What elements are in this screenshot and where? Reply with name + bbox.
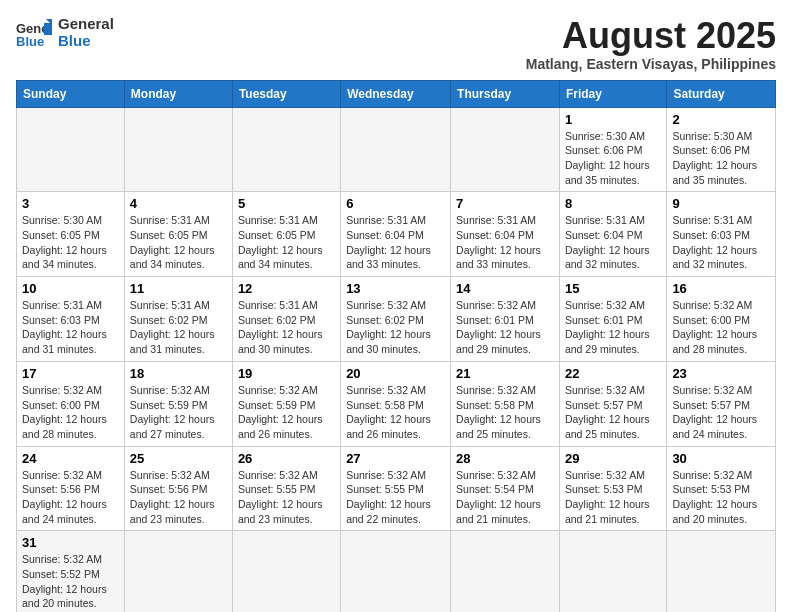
- day-number: 19: [238, 366, 335, 381]
- day-info: Sunrise: 5:31 AM Sunset: 6:05 PM Dayligh…: [130, 213, 227, 272]
- day-info: Sunrise: 5:31 AM Sunset: 6:04 PM Dayligh…: [456, 213, 554, 272]
- logo: General Blue General Blue: [16, 16, 114, 49]
- day-number: 12: [238, 281, 335, 296]
- day-number: 27: [346, 451, 445, 466]
- day-info: Sunrise: 5:32 AM Sunset: 5:56 PM Dayligh…: [22, 468, 119, 527]
- day-cell: [232, 531, 340, 612]
- day-info: Sunrise: 5:30 AM Sunset: 6:06 PM Dayligh…: [565, 129, 661, 188]
- day-cell: 21Sunrise: 5:32 AM Sunset: 5:58 PM Dayli…: [451, 361, 560, 446]
- day-number: 13: [346, 281, 445, 296]
- day-cell: 16Sunrise: 5:32 AM Sunset: 6:00 PM Dayli…: [667, 277, 776, 362]
- day-cell: 6Sunrise: 5:31 AM Sunset: 6:04 PM Daylig…: [341, 192, 451, 277]
- day-number: 17: [22, 366, 119, 381]
- day-cell: [451, 107, 560, 192]
- day-info: Sunrise: 5:31 AM Sunset: 6:04 PM Dayligh…: [346, 213, 445, 272]
- day-cell: [667, 531, 776, 612]
- day-number: 23: [672, 366, 770, 381]
- svg-marker-2: [44, 23, 52, 35]
- day-cell: 31Sunrise: 5:32 AM Sunset: 5:52 PM Dayli…: [17, 531, 125, 612]
- day-info: Sunrise: 5:30 AM Sunset: 6:05 PM Dayligh…: [22, 213, 119, 272]
- month-year-title: August 2025: [526, 16, 776, 56]
- day-number: 15: [565, 281, 661, 296]
- week-row-3: 17Sunrise: 5:32 AM Sunset: 6:00 PM Dayli…: [17, 361, 776, 446]
- day-number: 14: [456, 281, 554, 296]
- header-day-monday: Monday: [124, 80, 232, 107]
- day-cell: 7Sunrise: 5:31 AM Sunset: 6:04 PM Daylig…: [451, 192, 560, 277]
- week-row-2: 10Sunrise: 5:31 AM Sunset: 6:03 PM Dayli…: [17, 277, 776, 362]
- header-day-tuesday: Tuesday: [232, 80, 340, 107]
- day-cell: 19Sunrise: 5:32 AM Sunset: 5:59 PM Dayli…: [232, 361, 340, 446]
- logo-blue: Blue: [58, 33, 114, 50]
- day-cell: 4Sunrise: 5:31 AM Sunset: 6:05 PM Daylig…: [124, 192, 232, 277]
- day-number: 10: [22, 281, 119, 296]
- day-info: Sunrise: 5:32 AM Sunset: 6:00 PM Dayligh…: [672, 298, 770, 357]
- svg-text:Blue: Blue: [16, 34, 44, 47]
- day-cell: [451, 531, 560, 612]
- day-cell: 8Sunrise: 5:31 AM Sunset: 6:04 PM Daylig…: [559, 192, 666, 277]
- calendar-header: SundayMondayTuesdayWednesdayThursdayFrid…: [17, 80, 776, 107]
- day-info: Sunrise: 5:32 AM Sunset: 5:53 PM Dayligh…: [565, 468, 661, 527]
- day-cell: 20Sunrise: 5:32 AM Sunset: 5:58 PM Dayli…: [341, 361, 451, 446]
- day-info: Sunrise: 5:31 AM Sunset: 6:03 PM Dayligh…: [22, 298, 119, 357]
- day-cell: [124, 107, 232, 192]
- day-info: Sunrise: 5:32 AM Sunset: 5:57 PM Dayligh…: [565, 383, 661, 442]
- day-cell: [232, 107, 340, 192]
- day-cell: 2Sunrise: 5:30 AM Sunset: 6:06 PM Daylig…: [667, 107, 776, 192]
- day-cell: 3Sunrise: 5:30 AM Sunset: 6:05 PM Daylig…: [17, 192, 125, 277]
- day-cell: 1Sunrise: 5:30 AM Sunset: 6:06 PM Daylig…: [559, 107, 666, 192]
- day-number: 31: [22, 535, 119, 550]
- day-cell: [341, 531, 451, 612]
- day-cell: 12Sunrise: 5:31 AM Sunset: 6:02 PM Dayli…: [232, 277, 340, 362]
- day-number: 22: [565, 366, 661, 381]
- day-cell: 22Sunrise: 5:32 AM Sunset: 5:57 PM Dayli…: [559, 361, 666, 446]
- day-cell: 15Sunrise: 5:32 AM Sunset: 6:01 PM Dayli…: [559, 277, 666, 362]
- day-info: Sunrise: 5:32 AM Sunset: 5:53 PM Dayligh…: [672, 468, 770, 527]
- day-number: 30: [672, 451, 770, 466]
- day-number: 5: [238, 196, 335, 211]
- week-row-5: 31Sunrise: 5:32 AM Sunset: 5:52 PM Dayli…: [17, 531, 776, 612]
- day-number: 25: [130, 451, 227, 466]
- day-number: 24: [22, 451, 119, 466]
- day-cell: 26Sunrise: 5:32 AM Sunset: 5:55 PM Dayli…: [232, 446, 340, 531]
- header-day-sunday: Sunday: [17, 80, 125, 107]
- day-cell: [559, 531, 666, 612]
- day-info: Sunrise: 5:31 AM Sunset: 6:04 PM Dayligh…: [565, 213, 661, 272]
- day-number: 21: [456, 366, 554, 381]
- day-number: 16: [672, 281, 770, 296]
- day-info: Sunrise: 5:32 AM Sunset: 5:58 PM Dayligh…: [346, 383, 445, 442]
- header-day-thursday: Thursday: [451, 80, 560, 107]
- page-header: General Blue General Blue August 2025 Ma…: [16, 16, 776, 72]
- header-day-friday: Friday: [559, 80, 666, 107]
- day-cell: 11Sunrise: 5:31 AM Sunset: 6:02 PM Dayli…: [124, 277, 232, 362]
- header-day-wednesday: Wednesday: [341, 80, 451, 107]
- day-number: 11: [130, 281, 227, 296]
- day-cell: 25Sunrise: 5:32 AM Sunset: 5:56 PM Dayli…: [124, 446, 232, 531]
- day-cell: 23Sunrise: 5:32 AM Sunset: 5:57 PM Dayli…: [667, 361, 776, 446]
- day-info: Sunrise: 5:32 AM Sunset: 6:02 PM Dayligh…: [346, 298, 445, 357]
- day-cell: [341, 107, 451, 192]
- day-info: Sunrise: 5:32 AM Sunset: 5:52 PM Dayligh…: [22, 552, 119, 611]
- day-info: Sunrise: 5:31 AM Sunset: 6:02 PM Dayligh…: [238, 298, 335, 357]
- logo-general: General: [58, 16, 114, 33]
- location-subtitle: Matlang, Eastern Visayas, Philippines: [526, 56, 776, 72]
- day-cell: 18Sunrise: 5:32 AM Sunset: 5:59 PM Dayli…: [124, 361, 232, 446]
- day-info: Sunrise: 5:32 AM Sunset: 5:54 PM Dayligh…: [456, 468, 554, 527]
- day-cell: 9Sunrise: 5:31 AM Sunset: 6:03 PM Daylig…: [667, 192, 776, 277]
- day-info: Sunrise: 5:32 AM Sunset: 6:01 PM Dayligh…: [456, 298, 554, 357]
- calendar-table: SundayMondayTuesdayWednesdayThursdayFrid…: [16, 80, 776, 612]
- day-number: 20: [346, 366, 445, 381]
- day-number: 2: [672, 112, 770, 127]
- day-cell: 27Sunrise: 5:32 AM Sunset: 5:55 PM Dayli…: [341, 446, 451, 531]
- day-number: 18: [130, 366, 227, 381]
- header-day-saturday: Saturday: [667, 80, 776, 107]
- week-row-4: 24Sunrise: 5:32 AM Sunset: 5:56 PM Dayli…: [17, 446, 776, 531]
- header-row: SundayMondayTuesdayWednesdayThursdayFrid…: [17, 80, 776, 107]
- logo-icon: General Blue: [16, 19, 52, 47]
- day-cell: 14Sunrise: 5:32 AM Sunset: 6:01 PM Dayli…: [451, 277, 560, 362]
- day-info: Sunrise: 5:30 AM Sunset: 6:06 PM Dayligh…: [672, 129, 770, 188]
- day-info: Sunrise: 5:32 AM Sunset: 6:01 PM Dayligh…: [565, 298, 661, 357]
- day-number: 1: [565, 112, 661, 127]
- day-number: 28: [456, 451, 554, 466]
- day-info: Sunrise: 5:32 AM Sunset: 5:56 PM Dayligh…: [130, 468, 227, 527]
- day-number: 3: [22, 196, 119, 211]
